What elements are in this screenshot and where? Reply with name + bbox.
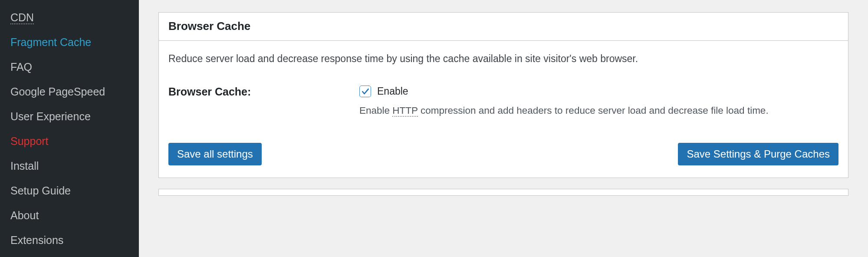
sidebar-item-label: Support — [10, 135, 49, 147]
sidebar-item-install[interactable]: Install — [0, 154, 139, 178]
sidebar-item-label: Install — [10, 160, 39, 172]
save-settings-purge-caches-button[interactable]: Save Settings & Purge Caches — [678, 143, 838, 165]
sidebar-item-label: User Experience — [10, 110, 91, 122]
main-content: Browser Cache Reduce server load and dec… — [139, 0, 868, 257]
checkbox-line: Enable — [359, 86, 838, 97]
panel-header: Browser Cache — [159, 13, 848, 41]
setting-content: Enable Enable HTTP compression and add h… — [359, 86, 838, 119]
setting-label: Browser Cache: — [168, 86, 359, 119]
sidebar-item-label: Fragment Cache — [10, 36, 91, 48]
checkbox-label: Enable — [377, 86, 408, 97]
sidebar-item-label: Extensions — [10, 234, 63, 246]
panel-title: Browser Cache — [168, 20, 838, 33]
browser-cache-panel: Browser Cache Reduce server load and dec… — [158, 12, 848, 178]
check-icon — [361, 87, 370, 96]
sidebar-item-label: About — [10, 209, 39, 221]
sidebar-item-about[interactable]: About — [0, 203, 139, 228]
sidebar-item-label: Google PageSpeed — [10, 86, 105, 98]
sidebar-item-label: CDN — [10, 11, 34, 24]
panel-body: Reduce server load and decrease response… — [159, 41, 848, 178]
panel-description: Reduce server load and decrease response… — [168, 52, 838, 66]
sidebar-item-user-experience[interactable]: User Experience — [0, 104, 139, 129]
help-text: Enable HTTP compression and add headers … — [359, 103, 838, 119]
sidebar-item-extensions[interactable]: Extensions — [0, 228, 139, 253]
sidebar: CDN Fragment Cache FAQ Google PageSpeed … — [0, 0, 139, 257]
setting-row: Browser Cache: Enable Enable HTTP compre… — [168, 86, 838, 119]
enable-checkbox[interactable] — [359, 86, 371, 97]
sidebar-item-google-pagespeed[interactable]: Google PageSpeed — [0, 79, 139, 104]
sidebar-item-fragment-cache[interactable]: Fragment Cache — [0, 30, 139, 55]
next-panel — [158, 189, 848, 196]
sidebar-item-label: Setup Guide — [10, 185, 71, 197]
sidebar-item-faq[interactable]: FAQ — [0, 55, 139, 79]
sidebar-item-setup-guide[interactable]: Setup Guide — [0, 178, 139, 203]
save-all-settings-button[interactable]: Save all settings — [168, 143, 262, 165]
http-abbr: HTTP — [392, 105, 418, 117]
sidebar-item-cdn[interactable]: CDN — [0, 5, 139, 30]
sidebar-item-label: FAQ — [10, 61, 32, 73]
sidebar-item-support[interactable]: Support — [0, 129, 139, 154]
button-row: Save all settings Save Settings & Purge … — [168, 143, 838, 165]
